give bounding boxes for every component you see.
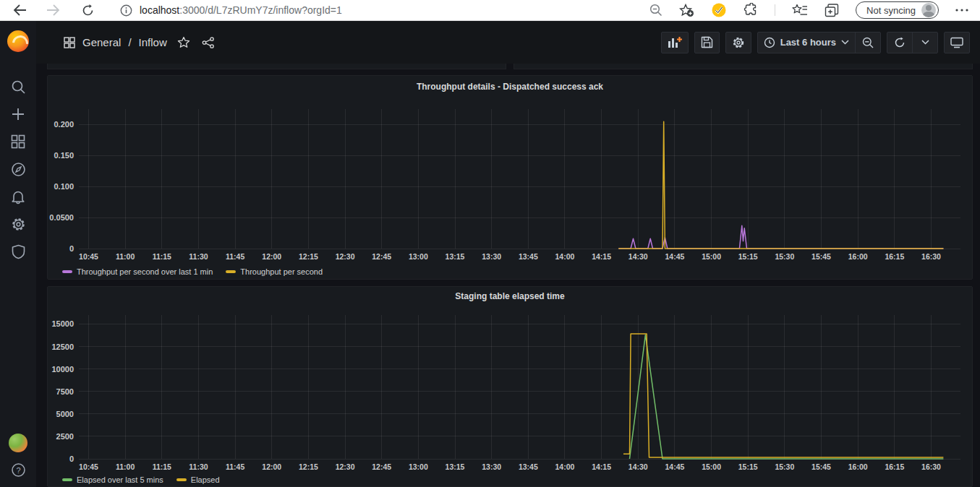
cycle-view-tv-button[interactable]: [944, 32, 970, 53]
svg-text:12:00: 12:00: [262, 462, 281, 471]
configuration-gear-icon[interactable]: [9, 215, 27, 233]
svg-text:13:45: 13:45: [519, 252, 538, 261]
favorites-list-icon[interactable]: [792, 4, 808, 17]
legend-item[interactable]: Elapsed: [176, 475, 220, 484]
time-picker-button[interactable]: Last 6 hours: [758, 33, 855, 53]
svg-text:0.0500: 0.0500: [49, 213, 74, 222]
series-color-swatch: [226, 270, 236, 273]
share-icon[interactable]: [202, 37, 215, 48]
legend-item[interactable]: Throughput per second: [226, 267, 323, 276]
dashboard-settings-button[interactable]: [725, 32, 751, 53]
series-name: Throughput per second over last 1 min: [77, 267, 213, 276]
svg-text:7500: 7500: [56, 387, 74, 396]
svg-text:11:15: 11:15: [153, 462, 171, 471]
svg-text:10000: 10000: [51, 365, 74, 374]
svg-text:16:00: 16:00: [848, 462, 868, 471]
add-panel-button[interactable]: [661, 32, 689, 53]
site-info-icon[interactable]: [120, 4, 132, 17]
panel-legend: Elapsed over last 5 mins Elapsed: [48, 472, 972, 487]
collections-icon[interactable]: [825, 4, 839, 17]
svg-text:10:45: 10:45: [79, 462, 98, 471]
panel-legend: Throughput per second over last 1 min Th…: [48, 264, 972, 280]
create-plus-icon[interactable]: [9, 105, 27, 123]
svg-text:?: ?: [16, 465, 20, 474]
svg-text:13:30: 13:30: [482, 462, 501, 471]
breadcrumb-dashboard[interactable]: Inflow: [139, 36, 167, 48]
svg-text:16:15: 16:15: [885, 462, 904, 471]
profile-avatar-icon: [921, 3, 936, 17]
zoom-out-time-button[interactable]: [856, 33, 880, 53]
svg-text:11:00: 11:00: [116, 252, 135, 261]
profile-button[interactable]: Not syncing: [856, 1, 939, 19]
svg-text:13:00: 13:00: [409, 252, 428, 261]
svg-text:15:15: 15:15: [738, 252, 758, 261]
svg-text:16:00: 16:00: [848, 252, 868, 261]
help-icon[interactable]: ?: [9, 461, 27, 478]
svg-text:0.100: 0.100: [54, 182, 74, 191]
svg-text:15:00: 15:00: [702, 462, 721, 471]
refresh-dashboard-button[interactable]: [887, 33, 912, 53]
more-menu-icon[interactable]: [955, 9, 968, 12]
svg-text:13:45: 13:45: [519, 462, 538, 471]
forward-icon[interactable]: [46, 4, 60, 16]
svg-text:15:30: 15:30: [775, 462, 794, 471]
svg-text:13:30: 13:30: [482, 252, 501, 261]
svg-text:12:45: 12:45: [372, 462, 391, 471]
time-series-chart[interactable]: 00.05000.1000.1500.20010:4511:0011:1511:…: [48, 98, 972, 264]
breadcrumb-folder[interactable]: General: [82, 36, 121, 48]
svg-text:12:15: 12:15: [299, 252, 318, 261]
svg-text:11:00: 11:00: [116, 462, 135, 471]
search-icon[interactable]: [9, 78, 27, 95]
grafana-logo-icon[interactable]: [7, 30, 29, 52]
browser-toolbar: localhost:3000/d/L7zRUmY7z/inflow?orgId=…: [0, 0, 980, 21]
address-bar[interactable]: localhost:3000/d/L7zRUmY7z/inflow?orgId=…: [140, 4, 342, 16]
dashboards-grid-icon[interactable]: [9, 133, 27, 150]
dashboards-grid-icon: [64, 37, 75, 48]
url-path: :3000/d/L7zRUmY7z/inflow?orgId=1: [179, 4, 342, 16]
svg-text:15000: 15000: [51, 319, 74, 328]
alerting-bell-icon[interactable]: [9, 188, 27, 205]
svg-text:0.150: 0.150: [54, 151, 74, 160]
svg-text:14:30: 14:30: [629, 252, 648, 261]
svg-text:12:00: 12:00: [262, 252, 281, 261]
time-range-label: Last 6 hours: [780, 37, 836, 48]
panel-staging-elapsed: Staging table elapsed time 0250050007500…: [47, 286, 973, 487]
url-host: localhost: [140, 4, 179, 16]
user-avatar-icon[interactable]: [9, 434, 27, 452]
svg-text:5000: 5000: [56, 410, 74, 418]
server-admin-shield-icon[interactable]: [9, 243, 27, 260]
series-name: Elapsed: [191, 475, 220, 484]
grafana-app: ? General / Inflow: [0, 21, 980, 487]
dashboard-scroll-area[interactable]: Throughput details - Dispatched success …: [36, 64, 980, 487]
svg-text:16:15: 16:15: [885, 252, 904, 261]
svg-text:13:15: 13:15: [446, 462, 465, 471]
legend-item[interactable]: Elapsed over last 5 mins: [62, 475, 163, 484]
svg-text:14:15: 14:15: [592, 252, 611, 261]
svg-text:16:30: 16:30: [921, 462, 941, 471]
svg-text:0: 0: [69, 454, 74, 463]
svg-text:12:30: 12:30: [336, 252, 355, 261]
time-series-chart[interactable]: 025005000750010000125001500010:4511:0011…: [48, 306, 972, 472]
svg-text:16:30: 16:30: [921, 252, 941, 261]
svg-text:10:45: 10:45: [79, 252, 98, 261]
refresh-interval-chevron[interactable]: [913, 33, 937, 53]
star-outline-icon[interactable]: [177, 36, 190, 48]
partial-panel-left[interactable]: [47, 64, 506, 69]
series-color-swatch: [176, 478, 187, 481]
back-icon[interactable]: [13, 4, 27, 16]
panel-title[interactable]: Staging table elapsed time: [48, 287, 972, 306]
legend-item[interactable]: Throughput per second over last 1 min: [62, 267, 213, 276]
add-favorite-star-icon[interactable]: [679, 4, 694, 17]
svg-text:14:45: 14:45: [665, 252, 684, 261]
refresh-icon[interactable]: [82, 4, 94, 17]
save-dashboard-button[interactable]: [694, 32, 720, 53]
explore-compass-icon[interactable]: [9, 160, 27, 178]
svg-text:11:30: 11:30: [189, 462, 208, 471]
extensions-puzzle-icon[interactable]: [743, 3, 758, 17]
norton-safe-check-icon[interactable]: [711, 2, 727, 18]
svg-text:12:30: 12:30: [336, 462, 355, 471]
panel-title[interactable]: Throughput details - Dispatched success …: [48, 76, 972, 98]
svg-text:14:15: 14:15: [592, 462, 611, 471]
zoom-out-icon[interactable]: [649, 4, 662, 17]
partial-panel-right[interactable]: [514, 64, 973, 69]
